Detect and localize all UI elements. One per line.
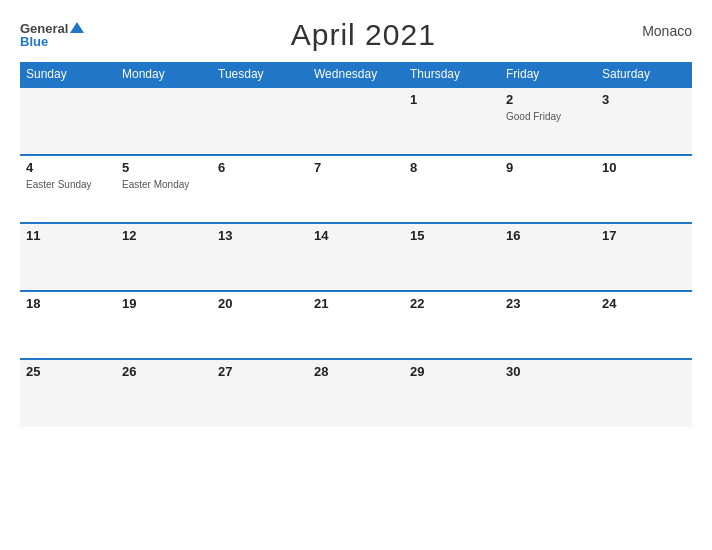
- day-number: 22: [410, 296, 494, 311]
- calendar-cell: 29: [404, 359, 500, 427]
- calendar-cell: 14: [308, 223, 404, 291]
- holiday-label: Easter Monday: [122, 179, 189, 190]
- header: General Blue April 2021 Monaco: [20, 18, 692, 52]
- day-number: 11: [26, 228, 110, 243]
- calendar-cell: 27: [212, 359, 308, 427]
- calendar-cell: 1: [404, 87, 500, 155]
- calendar-cell: 3: [596, 87, 692, 155]
- day-number: 21: [314, 296, 398, 311]
- day-number: 6: [218, 160, 302, 175]
- day-number: 12: [122, 228, 206, 243]
- calendar-cell: 8: [404, 155, 500, 223]
- day-number: 25: [26, 364, 110, 379]
- calendar-cell: [20, 87, 116, 155]
- day-number: 2: [506, 92, 590, 107]
- day-number: 4: [26, 160, 110, 175]
- day-number: 18: [26, 296, 110, 311]
- calendar-cell: 20: [212, 291, 308, 359]
- calendar-cell: 24: [596, 291, 692, 359]
- calendar-cell: 16: [500, 223, 596, 291]
- calendar-cell: 17: [596, 223, 692, 291]
- logo-triangle-icon: [70, 22, 84, 33]
- col-wednesday: Wednesday: [308, 62, 404, 87]
- col-tuesday: Tuesday: [212, 62, 308, 87]
- calendar-cell: 5Easter Monday: [116, 155, 212, 223]
- calendar-cell: 19: [116, 291, 212, 359]
- col-thursday: Thursday: [404, 62, 500, 87]
- day-number: 24: [602, 296, 686, 311]
- day-number: 3: [602, 92, 686, 107]
- calendar-page: General Blue April 2021 Monaco Sunday Mo…: [0, 0, 712, 550]
- calendar-header: Sunday Monday Tuesday Wednesday Thursday…: [20, 62, 692, 87]
- day-number: 9: [506, 160, 590, 175]
- day-number: 15: [410, 228, 494, 243]
- day-number: 8: [410, 160, 494, 175]
- calendar-body: 12Good Friday34Easter Sunday5Easter Mond…: [20, 87, 692, 427]
- day-number: 26: [122, 364, 206, 379]
- logo-blue-text: Blue: [20, 35, 48, 48]
- calendar-cell: 7: [308, 155, 404, 223]
- calendar-cell: 4Easter Sunday: [20, 155, 116, 223]
- day-number: 14: [314, 228, 398, 243]
- calendar-cell: 30: [500, 359, 596, 427]
- day-number: 7: [314, 160, 398, 175]
- calendar-table: Sunday Monday Tuesday Wednesday Thursday…: [20, 62, 692, 427]
- day-number: 16: [506, 228, 590, 243]
- day-number: 13: [218, 228, 302, 243]
- calendar-cell: 21: [308, 291, 404, 359]
- calendar-cell: 11: [20, 223, 116, 291]
- calendar-cell: 13: [212, 223, 308, 291]
- col-sunday: Sunday: [20, 62, 116, 87]
- calendar-cell: 2Good Friday: [500, 87, 596, 155]
- calendar-week-row: 12Good Friday3: [20, 87, 692, 155]
- col-monday: Monday: [116, 62, 212, 87]
- day-number: 5: [122, 160, 206, 175]
- calendar-cell: 25: [20, 359, 116, 427]
- day-number: 27: [218, 364, 302, 379]
- month-title: April 2021: [291, 18, 436, 52]
- col-friday: Friday: [500, 62, 596, 87]
- calendar-week-row: 18192021222324: [20, 291, 692, 359]
- day-number: 30: [506, 364, 590, 379]
- calendar-cell: [116, 87, 212, 155]
- holiday-label: Easter Sunday: [26, 179, 92, 190]
- calendar-cell: [212, 87, 308, 155]
- calendar-cell: 10: [596, 155, 692, 223]
- col-saturday: Saturday: [596, 62, 692, 87]
- country-label: Monaco: [642, 18, 692, 39]
- calendar-cell: 9: [500, 155, 596, 223]
- day-number: 28: [314, 364, 398, 379]
- calendar-week-row: 11121314151617: [20, 223, 692, 291]
- day-number: 17: [602, 228, 686, 243]
- calendar-cell: [596, 359, 692, 427]
- calendar-cell: 15: [404, 223, 500, 291]
- day-number: 20: [218, 296, 302, 311]
- holiday-label: Good Friday: [506, 111, 561, 122]
- days-of-week-row: Sunday Monday Tuesday Wednesday Thursday…: [20, 62, 692, 87]
- calendar-cell: [308, 87, 404, 155]
- calendar-cell: 28: [308, 359, 404, 427]
- day-number: 19: [122, 296, 206, 311]
- calendar-cell: 6: [212, 155, 308, 223]
- calendar-week-row: 252627282930: [20, 359, 692, 427]
- calendar-cell: 12: [116, 223, 212, 291]
- calendar-cell: 22: [404, 291, 500, 359]
- day-number: 10: [602, 160, 686, 175]
- logo: General Blue: [20, 22, 84, 48]
- calendar-week-row: 4Easter Sunday5Easter Monday678910: [20, 155, 692, 223]
- day-number: 23: [506, 296, 590, 311]
- day-number: 1: [410, 92, 494, 107]
- calendar-cell: 23: [500, 291, 596, 359]
- day-number: 29: [410, 364, 494, 379]
- calendar-cell: 26: [116, 359, 212, 427]
- calendar-cell: 18: [20, 291, 116, 359]
